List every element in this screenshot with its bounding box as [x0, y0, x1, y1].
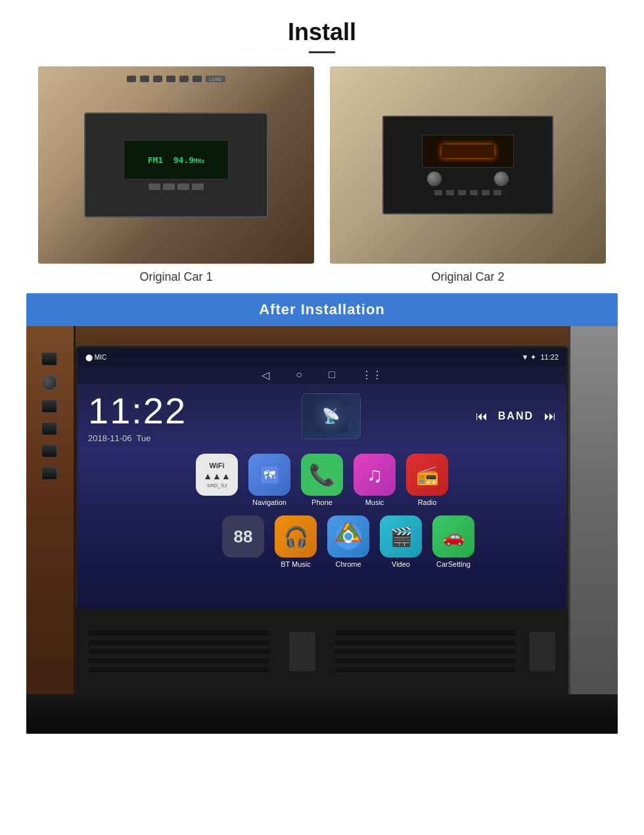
date-display: 2018-11-06 Tue	[88, 433, 187, 443]
cars-row: FM1 94.9MHz	[0, 66, 644, 293]
next-track-icon[interactable]: ⏭	[544, 410, 556, 423]
floor-area	[26, 694, 618, 734]
app-radio-label: Radio	[418, 498, 437, 506]
radio-widget[interactable]: 📡	[302, 393, 361, 439]
app-btmusic[interactable]: 🎧 BT Music	[275, 515, 317, 568]
apps-nav-icon[interactable]: ⋮⋮	[361, 369, 382, 381]
app-video-label: Video	[392, 560, 410, 568]
home-nav-icon[interactable]: ○	[296, 369, 302, 381]
app-grid-row1: WiFi ▲▲▲ SRD_SJ 🗺 Navig	[88, 454, 556, 506]
app-grid-row2: 88 🎧 BT Music	[88, 515, 556, 568]
app-video[interactable]: 🎬 Video	[380, 515, 422, 568]
app-radio[interactable]: 📻 Radio	[406, 454, 448, 506]
app-carsetting[interactable]: 🚗 CarSetting	[432, 515, 474, 568]
car1-photo: FM1 94.9MHz	[38, 66, 314, 264]
status-time: 11:22	[540, 353, 559, 361]
side-control-back[interactable]	[41, 422, 57, 435]
left-panel	[26, 326, 76, 734]
title-divider	[309, 51, 335, 53]
right-panel	[568, 326, 618, 734]
vent-panel	[76, 609, 568, 694]
car2-photo	[330, 66, 606, 264]
app-chrome-label: Chrome	[335, 560, 361, 568]
app-btmusic-label: BT Music	[281, 560, 311, 568]
after-installation-banner: After Installation	[26, 293, 618, 326]
band-controls: ⏮ BAND ⏭	[476, 410, 556, 423]
side-control-1[interactable]	[41, 352, 57, 366]
recents-nav-icon[interactable]: □	[329, 369, 335, 381]
app-music[interactable]: ♫ Music	[354, 454, 396, 506]
band-label: BAND	[498, 410, 534, 422]
app-navigation[interactable]: 🗺 Navigation	[248, 454, 290, 506]
app-phone-label: Phone	[311, 498, 333, 506]
car2-item: Original Car 2	[330, 66, 606, 284]
svg-point-7	[344, 533, 352, 540]
clock-display: 11:22	[88, 389, 187, 432]
nav-bar: ◁ ○ □ ⋮⋮	[78, 366, 566, 384]
car1-label: Original Car 1	[139, 270, 212, 284]
app-chrome[interactable]: Chrome	[327, 515, 369, 568]
app-carsetting-label: CarSetting	[436, 560, 471, 568]
side-control-vol-down[interactable]	[41, 467, 57, 480]
page-title: Install	[0, 0, 644, 51]
svg-text:🗺: 🗺	[264, 469, 275, 482]
wifi-icon: ▼ ✦	[522, 353, 537, 362]
wifi-widget: WiFi ▲▲▲ SRD_SJ	[196, 454, 238, 496]
car2-label: Original Car 2	[431, 270, 504, 284]
after-installation-photo: ⬤ MIC ▼ ✦ 11:22 ◁ ○ □ ⋮⋮ 11:22	[26, 326, 618, 734]
side-control-vol-up[interactable]	[41, 444, 57, 458]
app-music-label: Music	[365, 498, 384, 506]
app-phone[interactable]: 📞 Phone	[301, 454, 343, 506]
prev-track-icon[interactable]: ⏮	[476, 410, 488, 423]
status-bar: ⬤ MIC ▼ ✦ 11:22	[78, 348, 566, 366]
back-nav-icon[interactable]: ◁	[262, 369, 269, 381]
side-control-home[interactable]	[41, 400, 57, 413]
clock-row: 11:22 2018-11-06 Tue 📡 ⏮ BAND ⏭	[88, 389, 556, 443]
number-badge: 88	[222, 515, 264, 558]
side-control-power[interactable]	[41, 375, 57, 391]
app-navigation-label: Navigation	[252, 498, 287, 506]
car1-item: FM1 94.9MHz	[38, 66, 314, 284]
